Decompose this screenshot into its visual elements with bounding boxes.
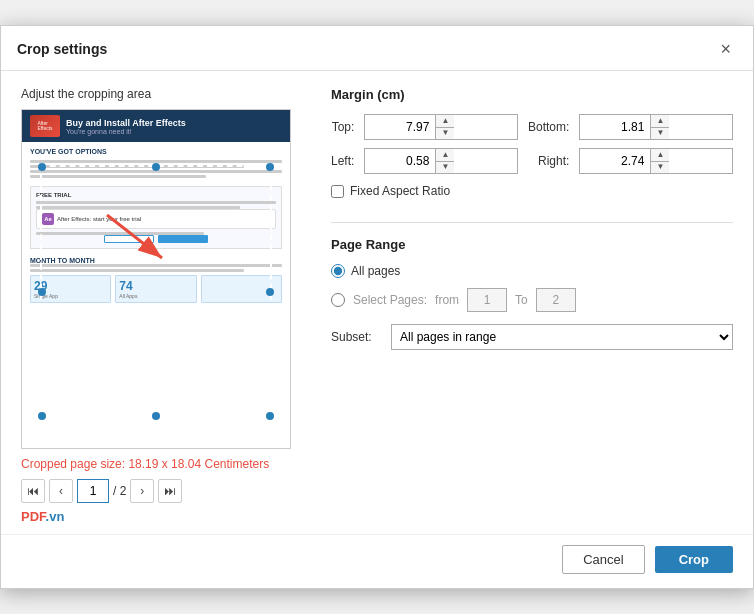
nav-first-button[interactable]: ⏮ [21,479,45,503]
bottom-spinners: ▲ ▼ [650,115,669,139]
to-label: To [515,293,528,307]
preview-line [30,160,282,163]
subset-select[interactable]: All pages in range Odd pages only Even p… [391,324,733,350]
fixed-aspect-label[interactable]: Fixed Aspect Ratio [350,184,450,198]
pdf-watermark: PDF.vn [21,509,311,524]
top-input-wrap: ▲ ▼ [364,114,518,140]
preview-month-title: MONTH TO MONTH [30,257,282,264]
select-pages-radio[interactable] [331,293,345,307]
nav-prev-button[interactable]: ‹ [49,479,73,503]
bottom-label: Bottom: [528,120,569,134]
nav-next-button[interactable]: › [130,479,154,503]
preview-card-1: 29 Single App [30,275,111,303]
preview-card-2: 74 All Apps [115,275,196,303]
preview-header: AfterEffects Buy and Install After Effec… [22,110,290,142]
left-panel: Adjust the cropping area AfterEffects Bu… [21,87,311,524]
preview-card-3 [201,275,282,303]
page-navigation: ⏮ ‹ 1 / 2 › ⏭ [21,479,311,503]
top-spin-down[interactable]: ▼ [436,128,454,140]
nav-last-button[interactable]: ⏭ [158,479,182,503]
preview-section-title-options: YOU'VE GOT OPTIONS [30,148,282,155]
fixed-aspect-row: Fixed Aspect Ratio [331,184,733,198]
left-input[interactable] [365,152,435,170]
subset-label: Subset: [331,330,381,344]
preview-month-section: MONTH TO MONTH 29 Single App [30,257,282,303]
preview-free-trial-box: FREE TRIAL Ae After Effects: start your … [30,186,282,249]
preview-trial-text [36,201,276,209]
dialog-body: Adjust the cropping area AfterEffects Bu… [1,71,753,534]
right-input[interactable] [580,152,650,170]
pdf-text: PDF [21,509,46,524]
preview-line [30,264,282,267]
subset-row: Subset: All pages in range Odd pages onl… [331,324,733,350]
close-button[interactable]: × [714,38,737,60]
preview-line [30,170,282,173]
preview-logo: AfterEffects [30,115,60,137]
preview-card-label-2: All Apps [119,293,192,299]
page-size-text: Cropped page size: 18.19 x 18.04 Centime… [21,457,269,471]
preview-btn-1 [104,235,154,243]
page-number-input[interactable]: 1 [77,479,109,503]
select-pages-label[interactable]: Select Pages: [353,293,427,307]
preview-ae-logo: Ae After Effects: start your free trial [36,209,276,229]
preview-line [30,165,244,168]
crop-button[interactable]: Crop [655,546,733,573]
from-label: from [435,293,459,307]
top-spin-up[interactable]: ▲ [436,115,454,128]
page-size-info: Cropped page size: 18.19 x 18.04 Centime… [21,457,311,471]
left-spin-up[interactable]: ▲ [436,149,454,162]
preview-container: AfterEffects Buy and Install After Effec… [21,109,291,449]
preview-line [36,201,276,204]
preview-line [30,269,244,272]
right-spin-down[interactable]: ▼ [651,162,669,174]
preview-text-block-1 [30,160,282,178]
preview-card-label-1: Single App [34,293,107,299]
from-input[interactable] [467,288,507,312]
preview-header-title: Buy and Install After Effects [66,118,186,128]
preview-btn-2 [158,235,208,243]
ae-icon: Ae [42,213,54,225]
margin-section: Margin (cm) Top: ▲ ▼ Bottom: [331,87,733,198]
margin-grid: Top: ▲ ▼ Bottom: ▲ ▼ [331,114,733,174]
logo-text: AfterEffects [37,121,52,132]
left-spinners: ▲ ▼ [435,149,454,173]
bottom-input[interactable] [580,118,650,136]
bottom-spin-up[interactable]: ▲ [651,115,669,128]
preview-line [36,206,240,209]
preview-trial-buttons [36,235,276,243]
fixed-aspect-checkbox[interactable] [331,185,344,198]
bottom-input-wrap: ▲ ▼ [579,114,733,140]
top-label: Top: [331,120,354,134]
preview-price-cards: 29 Single App 74 All Apps [30,275,282,303]
bottom-spin-down[interactable]: ▼ [651,128,669,140]
preview-header-sub: You're gonna need it! [66,128,186,135]
top-input[interactable] [365,118,435,136]
left-spin-down[interactable]: ▼ [436,162,454,174]
pdf-domain: .vn [46,509,65,524]
preview-month-text [30,264,282,272]
preview-header-info: Buy and Install After Effects You're gon… [66,118,186,135]
cancel-button[interactable]: Cancel [562,545,644,574]
preview-card-price-2: 74 [119,279,192,293]
divider [331,222,733,223]
page-range-section: Page Range All pages Select Pages: from … [331,237,733,350]
all-pages-label[interactable]: All pages [351,264,400,278]
section-label: Adjust the cropping area [21,87,311,101]
right-panel: Margin (cm) Top: ▲ ▼ Bottom: [331,87,733,524]
preview-card-price-1: 29 [34,279,107,293]
all-pages-radio[interactable] [331,264,345,278]
preview-line [30,175,206,178]
all-pages-row: All pages [331,264,733,278]
margin-title: Margin (cm) [331,87,733,102]
preview-content: YOU'VE GOT OPTIONS FREE TRIAL [22,142,290,448]
right-input-wrap: ▲ ▼ [579,148,733,174]
right-spin-up[interactable]: ▲ [651,149,669,162]
ae-logotext: After Effects: start your free trial [57,216,141,222]
dialog-footer: Cancel Crop [1,534,753,588]
dialog-titlebar: Crop settings × [1,26,753,71]
left-input-wrap: ▲ ▼ [364,148,518,174]
right-spinners: ▲ ▼ [650,149,669,173]
to-input[interactable] [536,288,576,312]
preview-page: AfterEffects Buy and Install After Effec… [22,110,290,448]
dialog-title: Crop settings [17,41,107,57]
